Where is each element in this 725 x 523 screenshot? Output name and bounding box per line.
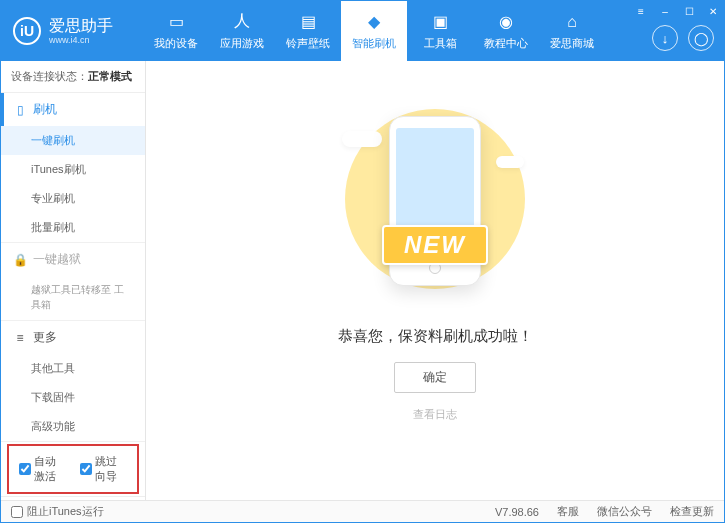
window-controls: ≡ – ☐ ✕ xyxy=(630,1,724,21)
phone-icon: ▯ xyxy=(13,103,27,117)
tab-ringtones-wallpapers[interactable]: ▤铃声壁纸 xyxy=(275,1,341,61)
app-header: iU 爱思助手 www.i4.cn ▭我的设备 人应用游戏 ▤铃声壁纸 ◆智能刷… xyxy=(1,1,724,61)
jailbreak-note: 越狱工具已转移至 工具箱 xyxy=(1,276,145,320)
checkbox-skip-guide[interactable]: 跳过向导 xyxy=(80,454,127,484)
download-icon[interactable]: ↓ xyxy=(652,25,678,51)
success-illustration: NEW xyxy=(350,101,520,301)
sidebar: 设备连接状态：正常模式 ▯ 刷机 一键刷机 iTunes刷机 专业刷机 批量刷机… xyxy=(1,61,146,502)
nav-tabs: ▭我的设备 人应用游戏 ▤铃声壁纸 ◆智能刷机 ▣工具箱 ◉教程中心 ⌂爱思商城 xyxy=(143,1,605,61)
sidebar-item-itunes-flash[interactable]: iTunes刷机 xyxy=(1,155,145,184)
wechat-link[interactable]: 微信公众号 xyxy=(597,504,652,519)
check-update-link[interactable]: 检查更新 xyxy=(670,504,714,519)
sidebar-heading-more[interactable]: ≡ 更多 xyxy=(1,321,145,354)
tab-smart-flash[interactable]: ◆智能刷机 xyxy=(341,1,407,61)
customer-service-link[interactable]: 客服 xyxy=(557,504,579,519)
app-title: 爱思助手 xyxy=(49,16,113,35)
more-icon: ≡ xyxy=(13,331,27,345)
logo-area: iU 爱思助手 www.i4.cn xyxy=(13,16,143,46)
tab-store[interactable]: ⌂爱思商城 xyxy=(539,1,605,61)
lock-icon: 🔒 xyxy=(13,253,27,267)
user-icon[interactable]: ◯ xyxy=(688,25,714,51)
tab-my-device[interactable]: ▭我的设备 xyxy=(143,1,209,61)
option-checkboxes: 自动激活 跳过向导 xyxy=(7,444,139,494)
sidebar-item-pro-flash[interactable]: 专业刷机 xyxy=(1,184,145,213)
main-content: NEW 恭喜您，保资料刷机成功啦！ 确定 查看日志 xyxy=(146,61,724,502)
toolbox-icon: ▣ xyxy=(430,12,450,32)
close-button[interactable]: ✕ xyxy=(702,1,724,21)
menu-icon[interactable]: ≡ xyxy=(630,1,652,21)
store-icon: ⌂ xyxy=(562,12,582,32)
tutorial-icon: ◉ xyxy=(496,12,516,32)
checkbox-auto-activate[interactable]: 自动激活 xyxy=(19,454,66,484)
connection-status: 设备连接状态：正常模式 xyxy=(1,61,145,93)
ok-button[interactable]: 确定 xyxy=(394,362,476,393)
success-message: 恭喜您，保资料刷机成功啦！ xyxy=(338,327,533,346)
sidebar-item-download-firmware[interactable]: 下载固件 xyxy=(1,383,145,412)
sidebar-item-other-tools[interactable]: 其他工具 xyxy=(1,354,145,383)
tab-apps-games[interactable]: 人应用游戏 xyxy=(209,1,275,61)
tab-tutorials[interactable]: ◉教程中心 xyxy=(473,1,539,61)
app-url: www.i4.cn xyxy=(49,35,113,46)
checkbox-block-itunes[interactable]: 阻止iTunes运行 xyxy=(11,504,104,519)
tab-toolbox[interactable]: ▣工具箱 xyxy=(407,1,473,61)
sidebar-item-advanced[interactable]: 高级功能 xyxy=(1,412,145,441)
new-ribbon: NEW xyxy=(382,225,488,265)
phone-icon: ▭ xyxy=(166,12,186,32)
minimize-button[interactable]: – xyxy=(654,1,676,21)
view-log-link[interactable]: 查看日志 xyxy=(413,407,457,422)
sidebar-item-oneclick-flash[interactable]: 一键刷机 xyxy=(1,126,145,155)
status-bar: 阻止iTunes运行 V7.98.66 客服 微信公众号 检查更新 xyxy=(1,500,724,522)
logo-icon: iU xyxy=(13,17,41,45)
sidebar-item-batch-flash[interactable]: 批量刷机 xyxy=(1,213,145,242)
version-label: V7.98.66 xyxy=(495,506,539,518)
sidebar-heading-jailbreak[interactable]: 🔒 一键越狱 xyxy=(1,243,145,276)
maximize-button[interactable]: ☐ xyxy=(678,1,700,21)
sidebar-heading-flash[interactable]: ▯ 刷机 xyxy=(1,93,145,126)
wallpaper-icon: ▤ xyxy=(298,12,318,32)
flash-icon: ◆ xyxy=(364,12,384,32)
apps-icon: 人 xyxy=(232,12,252,32)
